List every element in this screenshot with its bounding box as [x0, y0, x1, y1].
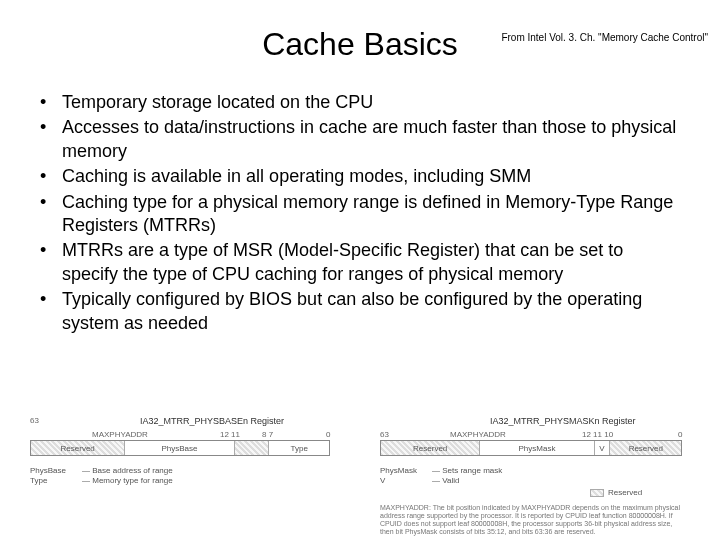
- seg-reserved: Reserved: [381, 441, 480, 455]
- bit-label: 63: [380, 430, 389, 439]
- bit-label: 12 11 10: [582, 430, 613, 439]
- bullet-item: Caching is available in all operating mo…: [36, 165, 684, 188]
- bit-label: MAXPHYADDR: [450, 430, 506, 439]
- legend-term: PhysBase: [30, 466, 78, 475]
- physbase-legend: PhysBase— Base address of range Type— Me…: [30, 466, 173, 486]
- bit-label: 63: [30, 416, 39, 425]
- seg-type: Type: [269, 441, 329, 455]
- register-diagram: IA32_MTRR_PHYSBASEn Register 63 MAXPHYAD…: [30, 416, 690, 540]
- bullet-item: Typically configured by BIOS but can als…: [36, 288, 684, 335]
- seg-physbase: PhysBase: [125, 441, 234, 455]
- bullet-item: Caching type for a physical memory range…: [36, 191, 684, 238]
- legend-desc: — Memory type for range: [82, 476, 173, 485]
- reserved-key: Reserved: [590, 488, 642, 498]
- legend-term: PhysMask: [380, 466, 428, 475]
- physbase-title: IA32_MTRR_PHYSBASEn Register: [140, 416, 284, 426]
- seg-reserved: Reserved: [31, 441, 125, 455]
- physbase-register-bar: Reserved PhysBase Type: [30, 440, 330, 456]
- seg-valid: V: [595, 441, 611, 455]
- legend-desc: — Valid: [432, 476, 459, 485]
- bullet-list: Temporary storage located on the CPU Acc…: [36, 91, 684, 335]
- hatch-icon: [590, 489, 604, 497]
- seg-gap: [235, 441, 270, 455]
- bit-label: 0: [326, 430, 330, 439]
- bit-label: 8 7: [262, 430, 273, 439]
- bullet-item: Accesses to data/instructions in cache a…: [36, 116, 684, 163]
- source-note: From Intel Vol. 3. Ch. "Memory Cache Con…: [501, 32, 708, 43]
- physmask-register-bar: Reserved PhysMask V Reserved: [380, 440, 682, 456]
- bit-label: 12 11: [220, 430, 240, 439]
- physmask-title: IA32_MTRR_PHYSMASKn Register: [490, 416, 636, 426]
- legend-term: V: [380, 476, 428, 485]
- slide: From Intel Vol. 3. Ch. "Memory Cache Con…: [0, 26, 720, 540]
- bullet-item: Temporary storage located on the CPU: [36, 91, 684, 114]
- bullet-item: MTRRs are a type of MSR (Model-Specific …: [36, 239, 684, 286]
- maxphyaddr-footnote: MAXPHYADDR: The bit position indicated b…: [380, 504, 682, 536]
- bit-label: 0: [678, 430, 682, 439]
- bit-label: MAXPHYADDR: [92, 430, 148, 439]
- reserved-label: Reserved: [608, 488, 642, 497]
- physmask-legend: PhysMask— Sets range mask V— Valid: [380, 466, 502, 486]
- legend-desc: — Sets range mask: [432, 466, 502, 475]
- seg-physmask: PhysMask: [480, 441, 594, 455]
- legend-desc: — Base address of range: [82, 466, 173, 475]
- seg-reserved: Reserved: [610, 441, 681, 455]
- legend-term: Type: [30, 476, 78, 485]
